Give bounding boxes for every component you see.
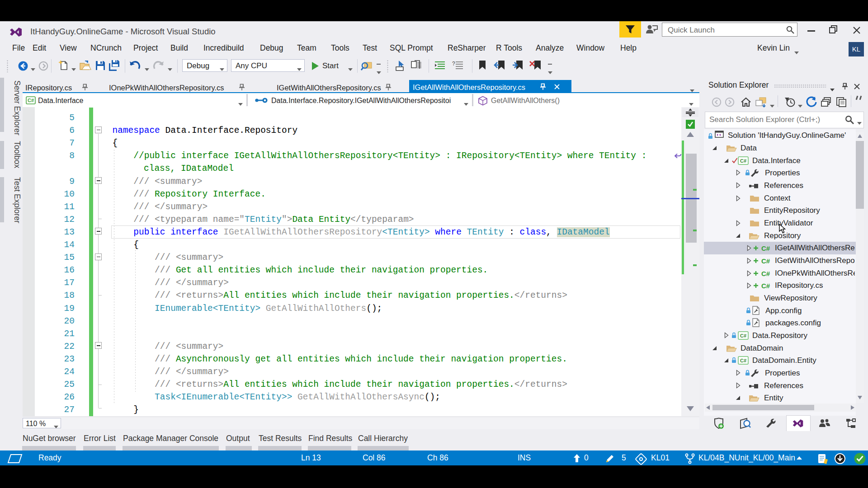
svg-text:C#: C# bbox=[761, 282, 770, 290]
svg-text:C#: C# bbox=[740, 158, 746, 163]
svg-text:?: ? bbox=[452, 61, 455, 67]
svg-text:C#: C# bbox=[761, 270, 770, 277]
svg-text:C#: C# bbox=[740, 333, 746, 338]
svg-text:C#: C# bbox=[761, 257, 770, 265]
svg-text:C#: C# bbox=[28, 98, 34, 103]
svg-text:C#: C# bbox=[740, 358, 746, 363]
svg-text:C#: C# bbox=[761, 244, 770, 252]
